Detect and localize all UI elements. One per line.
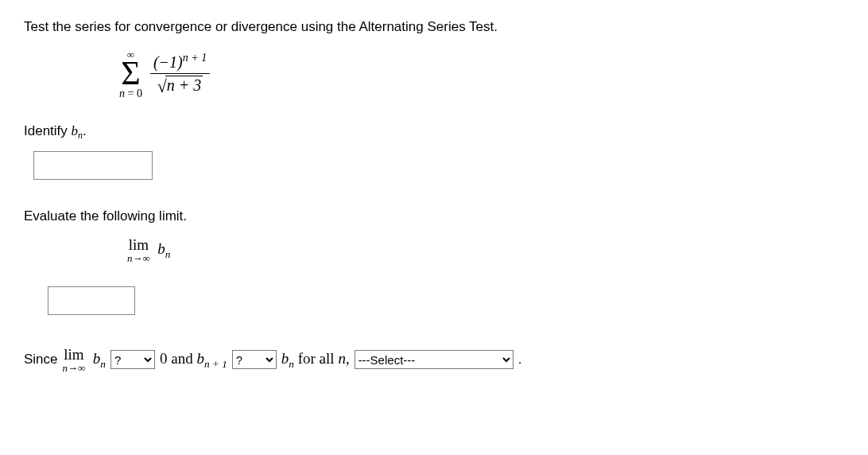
sigma-symbol: Σ <box>121 60 140 88</box>
comparison-select-1[interactable]: ? <box>110 350 155 369</box>
identify-label: Identify bn. <box>24 123 844 142</box>
conclusion-select[interactable]: ---Select--- <box>355 350 513 369</box>
limit-expression: lim n→∞ bn <box>127 237 844 264</box>
lim-under: n→∞ <box>127 253 150 264</box>
for-all-text: for all <box>298 350 339 367</box>
evaluate-label: Evaluate the following limit. <box>24 208 844 224</box>
numerator-base: (−1) <box>153 53 183 71</box>
limit-value-input[interactable] <box>48 286 135 315</box>
bn-input[interactable] <box>33 151 153 180</box>
question-prompt: Test the series for convergence or diver… <box>24 19 844 35</box>
square-root: √n + 3 <box>157 76 203 97</box>
sqrt-radicand: n + 3 <box>167 76 202 94</box>
period: . <box>518 352 522 368</box>
fraction: (−1)n + 1 √n + 3 <box>150 52 210 97</box>
zero-and-text: 0 and <box>160 350 193 367</box>
conclusion-line: Since lim n→∞ bn ? 0 and bn + 1 ? bn for… <box>24 347 844 374</box>
lim-text: lim <box>129 237 149 253</box>
conclusion-lim-under: n→∞ <box>63 363 86 374</box>
since-text: Since <box>24 352 58 368</box>
comparison-select-2[interactable]: ? <box>232 350 277 369</box>
sigma-lower-limit: n = 0 <box>119 88 142 99</box>
series-formula: ∞ Σ n = 0 (−1)n + 1 √n + 3 <box>119 49 844 99</box>
conclusion-lim: lim <box>64 347 83 363</box>
numerator-exponent: n + 1 <box>183 52 207 64</box>
